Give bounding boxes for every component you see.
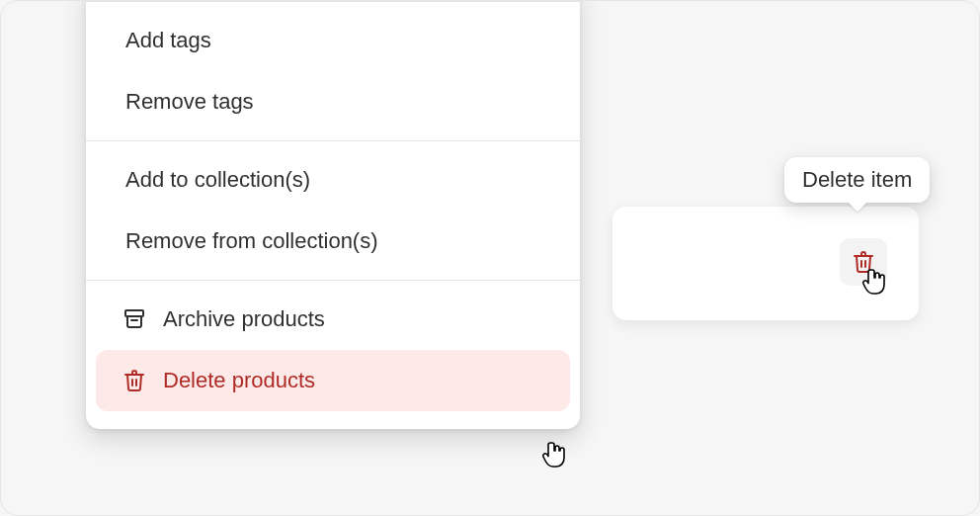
delete-item-button[interactable]: [840, 238, 887, 286]
menu-item-add-to-collections[interactable]: Add to collection(s): [96, 149, 570, 211]
item-card: [612, 207, 919, 320]
menu-item-label: Add tags: [125, 28, 211, 53]
menu-item-label: Remove tags: [125, 89, 254, 115]
menu-item-add-tags[interactable]: Add tags: [96, 10, 570, 71]
trash-icon: [122, 368, 147, 393]
archive-icon: [122, 306, 147, 332]
menu-item-delete-products[interactable]: Delete products: [96, 350, 570, 411]
menu-item-label: Add to collection(s): [125, 167, 310, 193]
menu-group-collections: Add to collection(s) Remove from collect…: [86, 141, 580, 280]
delete-item-tooltip: Delete item: [784, 157, 930, 203]
menu-group-archive-delete: Archive products Delete products: [86, 281, 580, 419]
trash-icon: [852, 250, 875, 274]
menu-item-label: Archive products: [163, 306, 325, 332]
menu-group-tags: Add tags Remove tags: [86, 2, 580, 140]
menu-item-remove-tags[interactable]: Remove tags: [96, 71, 570, 132]
pointer-cursor-icon: [542, 439, 570, 471]
menu-item-label: Remove from collection(s): [125, 228, 378, 254]
bulk-actions-menu: Add tags Remove tags Add to collection(s…: [86, 0, 580, 429]
svg-rect-0: [125, 310, 143, 316]
menu-item-label: Delete products: [163, 368, 315, 393]
tooltip-text: Delete item: [802, 167, 912, 192]
menu-item-archive-products[interactable]: Archive products: [96, 289, 570, 350]
menu-item-remove-from-collections[interactable]: Remove from collection(s): [96, 211, 570, 272]
